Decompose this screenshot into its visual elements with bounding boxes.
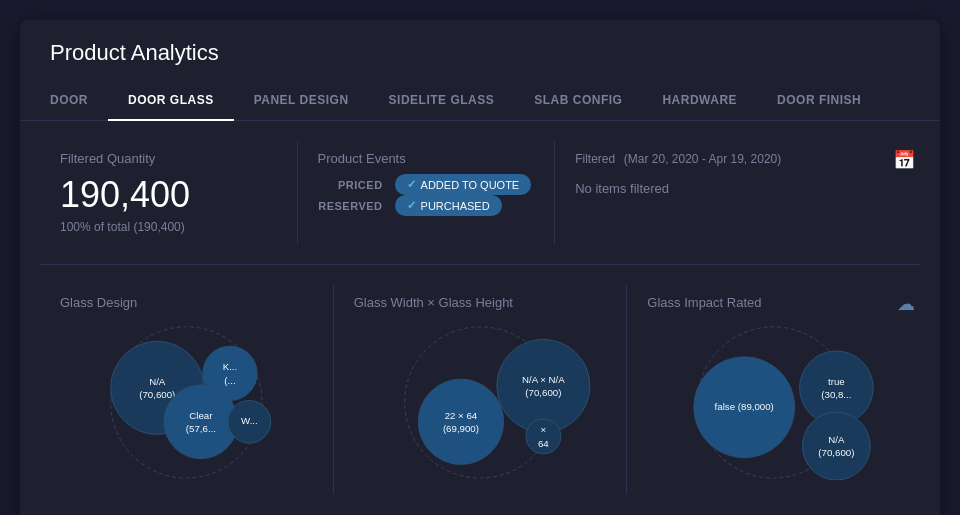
tab-slab-config[interactable]: SLAB CONFIG: [514, 81, 642, 121]
filtered-quantity-panel: Filtered Quantity 190,400 100% of total …: [40, 141, 298, 244]
bubble-label-2-0: false (89,000): [715, 401, 774, 412]
event-type-label: RESERVED: [318, 200, 383, 212]
top-panels: Filtered Quantity 190,400 100% of total …: [40, 141, 920, 265]
check-icon: ✓: [407, 178, 416, 191]
tab-hardware[interactable]: HARDWARE: [642, 81, 757, 121]
tab-bar: DOORDOOR GLASSPANEL DESIGNSIDELITE GLASS…: [20, 81, 940, 121]
bubble-sub-0-2: (57,6...: [186, 423, 216, 434]
bubble-label-1-0: N/A × N/A: [522, 374, 565, 385]
bubble-chart-1: N/A × N/A(70,600)22 × 64(69,900)×64: [354, 320, 607, 480]
bubble-sub-2-2: (70,600): [819, 447, 855, 458]
filtered-label: Filtered: [575, 152, 615, 166]
filtered-quantity-sub: 100% of total (190,400): [60, 220, 277, 234]
chart-panel-0: Glass DesignN/A(70,600)K...(...Clear(57,…: [40, 285, 334, 494]
chart-title-2: Glass Impact Rated: [647, 295, 900, 310]
header: Product Analytics: [20, 20, 940, 81]
filtered-panel: 📅 Filtered (Mar 20, 2020 - Apr 19, 2020)…: [555, 141, 920, 244]
product-events-rows: PRICED✓ ADDED TO QUOTERESERVED✓ PURCHASE…: [318, 174, 535, 216]
filtered-date-range: (Mar 20, 2020 - Apr 19, 2020): [624, 152, 781, 166]
bubble-label-0-0: N/A: [149, 376, 166, 387]
bubble-sub-1-0: (70,600): [525, 387, 561, 398]
bubble-label-0-1: K...: [223, 361, 238, 372]
bubble-2-2[interactable]: [803, 412, 871, 480]
bubble-sub-2-1: (30,8...: [822, 389, 852, 400]
tab-sidelite-glass[interactable]: SIDELITE GLASS: [369, 81, 515, 121]
event-row: RESERVED✓ PURCHASED: [318, 195, 535, 216]
bubble-sub-0-0: (70,600): [139, 389, 175, 400]
chart-panel-2: Glass Impact Rated☁false (89,000)true(30…: [627, 285, 920, 494]
cloud-download-icon[interactable]: ☁: [897, 293, 915, 315]
chart-panel-1: Glass Width × Glass HeightN/A × N/A(70,6…: [334, 285, 628, 494]
event-badge[interactable]: ✓ PURCHASED: [395, 195, 502, 216]
filtered-title: Filtered (Mar 20, 2020 - Apr 19, 2020): [575, 151, 900, 166]
bubble-label-1-2: ×: [540, 424, 546, 435]
page-title: Product Analytics: [50, 40, 910, 66]
bubble-label-1-1: 22 × 64: [444, 410, 477, 421]
event-row: PRICED✓ ADDED TO QUOTE: [318, 174, 535, 195]
bubble-sub-1-1: (69,900): [443, 423, 479, 434]
product-events-label: Product Events: [318, 151, 535, 166]
tab-door-glass[interactable]: DOOR GLASS: [108, 81, 234, 121]
bubble-sub-0-1: (...: [224, 375, 235, 386]
product-events-panel: Product Events PRICED✓ ADDED TO QUOTERES…: [298, 141, 556, 244]
tab-door-finish[interactable]: DOOR FINISH: [757, 81, 881, 121]
bubble-1-1[interactable]: [418, 379, 503, 464]
chart-title-0: Glass Design: [60, 295, 313, 310]
bubble-chart-2: false (89,000)true(30,8...N/A(70,600): [647, 320, 900, 480]
bubble-label-0-2: Clear: [189, 410, 213, 421]
content-area: Filtered Quantity 190,400 100% of total …: [20, 121, 940, 504]
calendar-icon[interactable]: 📅: [893, 149, 915, 171]
bubble-sub-1-2: 64: [538, 438, 549, 449]
event-badge[interactable]: ✓ ADDED TO QUOTE: [395, 174, 532, 195]
event-type-label: PRICED: [318, 179, 383, 191]
bubble-label-2-2: N/A: [829, 434, 846, 445]
bubble-chart-0: N/A(70,600)K...(...Clear(57,6...W...: [60, 320, 313, 480]
bubble-label-2-1: true: [828, 376, 845, 387]
tab-door[interactable]: DOOR: [30, 81, 108, 121]
chart-title-1: Glass Width × Glass Height: [354, 295, 607, 310]
bottom-panels: Glass DesignN/A(70,600)K...(...Clear(57,…: [40, 285, 920, 494]
bubble-0-2[interactable]: [164, 385, 238, 459]
main-container: Product Analytics DOORDOOR GLASSPANEL DE…: [20, 20, 940, 515]
bubble-label-0-3: W...: [241, 415, 258, 426]
filtered-quantity-label: Filtered Quantity: [60, 151, 277, 166]
tab-panel-design[interactable]: PANEL DESIGN: [234, 81, 369, 121]
no-items-text: No items filtered: [575, 181, 900, 196]
check-icon: ✓: [407, 199, 416, 212]
filtered-quantity-value: 190,400: [60, 174, 277, 216]
